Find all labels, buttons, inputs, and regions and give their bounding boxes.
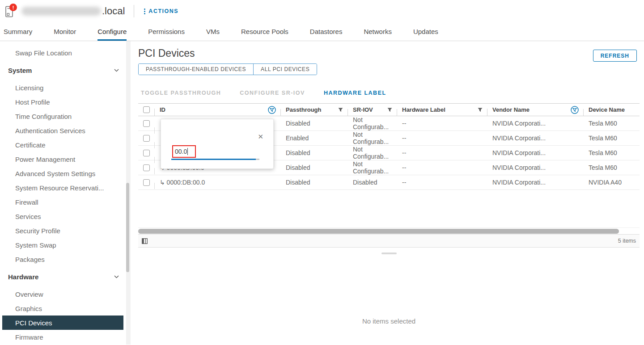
tab-permissions[interactable]: Permissions [137, 22, 195, 41]
pci-devices-panel: PCI Devices REFRESH PASSTHROUGH-ENABLED … [130, 41, 644, 345]
input-underline [171, 159, 259, 160]
selection-detail-panel: No items selected [138, 259, 640, 331]
sidebar-item-system-swap[interactable]: System Swap [0, 238, 130, 252]
tab-monitor[interactable]: Monitor [43, 22, 87, 41]
sidebar-item-services[interactable]: Services [0, 209, 130, 223]
sidebar-group-label: System [8, 67, 32, 74]
sidebar-item-authentication-services[interactable]: Authentication Services [0, 123, 130, 138]
row-checkbox[interactable] [143, 120, 150, 127]
column-header-id[interactable]: ID [160, 106, 165, 113]
cell-sriov: Not Configurab... [347, 116, 397, 130]
cell-vendor-name: NVIDIA Corporati... [487, 179, 583, 186]
cell-hardware-label: -- [397, 149, 487, 156]
close-icon[interactable]: ✕ [258, 133, 263, 141]
column-header-passthrough[interactable]: Passthrough [286, 106, 321, 113]
panel-splitter[interactable] [138, 248, 640, 259]
sidebar-group-hardware[interactable]: Hardware [0, 269, 130, 284]
row-checkbox[interactable] [143, 135, 150, 142]
tab-summary[interactable]: Summary [0, 22, 43, 41]
hardware-label-popup: ✕ 00.0 [161, 119, 274, 169]
sidebar-item-swap-file-location[interactable]: Swap File Location [0, 46, 130, 60]
sidebar-item-firmware[interactable]: Firmware [0, 330, 130, 344]
cell-device-name: NVIDIA A40 [583, 179, 640, 186]
hostname-redacted [21, 7, 101, 16]
sidebar-group-label: Hardware [8, 273, 38, 281]
cell-hardware-label: -- [397, 179, 487, 186]
row-checkbox[interactable] [143, 179, 150, 186]
alert-badge-icon: ! [9, 4, 17, 11]
sidebar-item-host-profile[interactable]: Host Profile [0, 95, 130, 109]
sidebar-scrollbar-thumb[interactable] [126, 183, 129, 272]
sidebar-item-time-configuration[interactable]: Time Configuration [0, 109, 130, 123]
page-title: PCI Devices [138, 47, 640, 59]
tab-vms[interactable]: VMs [195, 22, 230, 41]
filter-icon[interactable] [478, 108, 483, 112]
grid-footer: 5 items [138, 234, 640, 248]
column-header-device-name[interactable]: Device Name [589, 106, 625, 113]
sidebar-item-licensing[interactable]: Licensing [0, 80, 130, 95]
sidebar-group-system[interactable]: System [0, 63, 130, 77]
horizontal-scrollbar-thumb[interactable] [138, 229, 619, 234]
cell-device-name: Tesla M60 [583, 135, 640, 142]
configure-nav-list: Swap File Location System Licensing Host… [0, 46, 130, 344]
hardware-label-input[interactable]: 00.0 [172, 145, 196, 158]
table-action-links: TOGGLE PASSTHROUGH CONFIGURE SR-IOV HARD… [138, 90, 640, 96]
cell-hardware-label: -- [397, 164, 487, 171]
cell-passthrough: Disabled [280, 120, 347, 127]
cell-sriov: Disabled [347, 179, 397, 186]
filter-icon[interactable] [338, 108, 343, 112]
column-header-hardware-label[interactable]: Hardware Label [402, 106, 445, 113]
select-all-checkbox[interactable] [143, 106, 150, 113]
cell-device-name: Tesla M60 [583, 164, 640, 171]
chevron-down-icon [114, 69, 119, 72]
cell-vendor-name: NVIDIA Corporati... [487, 120, 583, 127]
refresh-button[interactable]: REFRESH [593, 50, 637, 62]
tab-updates[interactable]: Updates [402, 22, 449, 41]
object-tabbar: Summary Monitor Configure Permissions VM… [0, 22, 644, 41]
sidebar-item-firewall[interactable]: Firewall [0, 195, 130, 209]
cell-vendor-name: NVIDIA Corporati... [487, 149, 583, 156]
actions-label: ACTIONS [148, 8, 178, 14]
filter-icon[interactable] [387, 108, 392, 112]
configure-sidebar: Swap File Location System Licensing Host… [0, 41, 130, 345]
cell-vendor-name: NVIDIA Corporati... [487, 164, 583, 171]
toggle-passthrough-link[interactable]: TOGGLE PASSTHROUGH [141, 90, 221, 96]
hardware-label-link[interactable]: HARDWARE LABEL [324, 90, 386, 96]
filter-active-icon[interactable] [571, 106, 579, 114]
cell-device-name: Tesla M60 [583, 120, 640, 127]
chevron-down-icon [114, 275, 119, 278]
tab-resource-pools[interactable]: Resource Pools [230, 22, 299, 41]
vertical-ellipsis-icon [144, 8, 145, 14]
filter-active-icon[interactable] [268, 106, 276, 114]
passthrough-enabled-devices-button[interactable]: PASSTHROUGH-ENABLED DEVICES [139, 64, 253, 75]
cell-vendor-name: NVIDIA Corporati... [487, 135, 583, 142]
row-checkbox[interactable] [143, 164, 150, 171]
splitter-handle[interactable] [381, 252, 397, 254]
cell-passthrough: Disabled [280, 149, 347, 156]
tab-networks[interactable]: Networks [353, 22, 402, 41]
text-cursor [187, 148, 188, 155]
configure-sriov-link[interactable]: CONFIGURE SR-IOV [240, 90, 305, 96]
tab-configure[interactable]: Configure [87, 22, 137, 41]
column-header-vendor-name[interactable]: Vendor Name [492, 106, 530, 113]
device-view-toggle: PASSTHROUGH-ENABLED DEVICES ALL PCI DEVI… [138, 63, 317, 75]
grid-empty-space [138, 190, 640, 227]
sidebar-item-security-profile[interactable]: Security Profile [0, 223, 130, 238]
column-header-sriov[interactable]: SR-IOV [353, 106, 373, 113]
cell-sriov: Not Configurab... [347, 160, 397, 175]
sidebar-item-power-management[interactable]: Power Management [0, 152, 130, 166]
all-pci-devices-button[interactable]: ALL PCI DEVICES [253, 64, 317, 75]
row-checkbox[interactable] [143, 150, 150, 156]
tab-datastores[interactable]: Datastores [299, 22, 353, 41]
sidebar-item-packages[interactable]: Packages [0, 252, 130, 266]
sidebar-item-overview[interactable]: Overview [0, 287, 130, 301]
cell-passthrough: Disabled [280, 164, 347, 171]
sidebar-item-pci-devices[interactable]: PCI Devices [2, 316, 123, 330]
sidebar-item-advanced-system-settings[interactable]: Advanced System Settings [0, 166, 130, 181]
sidebar-item-system-resource-reservation[interactable]: System Resource Reservati... [0, 181, 130, 195]
table-row[interactable]: ↳ 0000:DB:00.0 Disabled Disabled -- NVID… [138, 175, 640, 190]
sidebar-item-certificate[interactable]: Certificate [0, 138, 130, 152]
sidebar-item-graphics[interactable]: Graphics [0, 301, 130, 316]
column-manager-icon[interactable] [142, 238, 148, 244]
actions-menu-button[interactable]: ACTIONS [144, 8, 178, 14]
